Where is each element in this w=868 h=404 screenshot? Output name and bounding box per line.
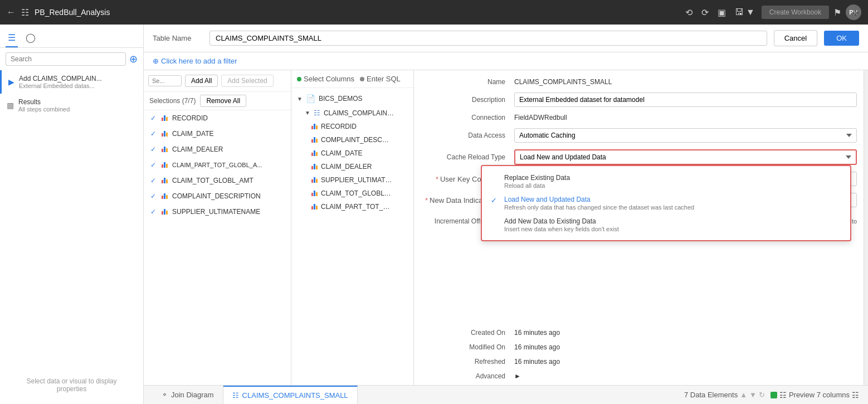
col-item-supplier[interactable]: ✓ SUPPLIER_ULTIMATENAME bbox=[144, 204, 291, 220]
sidebar-item-sub: External Embedded datas... bbox=[19, 82, 102, 89]
undo-icon[interactable]: ⟲ bbox=[683, 5, 695, 20]
plus-icon: ⊕ bbox=[153, 57, 159, 65]
scrollbar[interactable] bbox=[864, 70, 868, 385]
col-item-claim-dealer[interactable]: ✓ CLAIM_DEALER bbox=[144, 142, 291, 157]
connection-value: FieldADWRedbull bbox=[514, 114, 567, 121]
cache-reload-select[interactable]: Load New and Updated Data bbox=[514, 149, 857, 165]
nav-up-icon[interactable]: ▲ bbox=[740, 391, 747, 399]
tree-content: ▼ 📄 BICS_DEMOS ▼ ☷ CLAIMS_COMPLAINTS_S..… bbox=[291, 88, 413, 385]
col-item-claim-part[interactable]: ✓ CLAIM_PART_TOT_GLOBL_A... bbox=[144, 157, 291, 173]
col-bar-icon bbox=[311, 124, 318, 129]
props-row-name: Name CLAIMS_COMPLAINTS_SMALL bbox=[425, 78, 857, 86]
arrow-icon: ▼ bbox=[305, 110, 310, 116]
col-name: CLAIM_TOT_GLOBL_AMT bbox=[172, 177, 253, 184]
col-list: ✓ RECORDID ✓ CLAIM_DATE ✓ CLAIM_DEALER bbox=[144, 110, 291, 385]
col-search-input[interactable] bbox=[148, 75, 182, 86]
sidebar-results-item[interactable]: ▩ Results All steps combined bbox=[0, 94, 143, 117]
dropdown-item-load-new[interactable]: ✓ Load New and Updated Data Refresh only… bbox=[482, 192, 850, 214]
tree-node-col-claim-dealer[interactable]: CLAIM_DEALER bbox=[291, 160, 413, 173]
col-bar-icon bbox=[162, 162, 168, 168]
cancel-button[interactable]: Cancel bbox=[774, 30, 817, 46]
tree-node-bics[interactable]: ▼ 📄 BICS_DEMOS bbox=[291, 91, 413, 106]
bookmark-icon[interactable]: ⚑ bbox=[833, 7, 841, 18]
tree-tab-select-columns[interactable]: Select Columns bbox=[297, 75, 354, 83]
filter-row: ⊕ Click here to add a filter ❖ bbox=[144, 52, 868, 70]
nav-down-icon[interactable]: ▼ bbox=[749, 391, 757, 399]
col-item-claim-tot[interactable]: ✓ CLAIM_TOT_GLOBL_AMT bbox=[144, 173, 291, 188]
col-item-recordid[interactable]: ✓ RECORDID bbox=[144, 110, 291, 126]
bottom-tab-join-diagram[interactable]: ⚬ Join Diagram bbox=[153, 386, 223, 405]
back-button[interactable]: ← bbox=[7, 7, 16, 17]
remove-all-button[interactable]: Remove All bbox=[200, 95, 246, 107]
tree-node-col-complaint-desc[interactable]: COMPLAINT_DESCRI... bbox=[291, 133, 413, 147]
created-label: Created On bbox=[425, 329, 514, 337]
green-dot bbox=[297, 77, 301, 81]
ok-button[interactable]: OK bbox=[824, 31, 859, 46]
data-access-select[interactable]: Automatic Caching bbox=[514, 128, 857, 143]
props-row-connection: Connection FieldADWRedbull bbox=[425, 114, 857, 121]
tree-node-col-supplier[interactable]: SUPPLIER_ULTIMATE... bbox=[291, 173, 413, 187]
col-name: CLAIM_PART_TOT_GLOBL_A... bbox=[172, 162, 262, 168]
name-label: Name bbox=[425, 78, 514, 86]
col-item-claim-date[interactable]: ✓ CLAIM_DATE bbox=[144, 126, 291, 142]
props-row-advanced[interactable]: Advanced ► bbox=[425, 372, 857, 380]
results-icon: ▩ bbox=[7, 101, 14, 110]
tree-node-col-claim-part[interactable]: CLAIM_PART_TOT_GL... bbox=[291, 200, 413, 213]
dropdown-item-add-new[interactable]: Add New Data to Existing Data Insert new… bbox=[482, 214, 850, 236]
dropdown-item-replace[interactable]: Replace Existing Data Reload all data bbox=[482, 171, 850, 192]
col-bar-icon bbox=[162, 115, 168, 121]
main-layout: ☰ ◯ ⊕ ▶ Add CLAIMS_COMPLAIN... External … bbox=[0, 25, 868, 404]
nav-icons: ▲ ▼ ↻ bbox=[740, 391, 765, 399]
grid-icon[interactable]: ☷ bbox=[779, 391, 787, 400]
description-input[interactable] bbox=[514, 93, 857, 107]
table-name-label: Table Name bbox=[153, 34, 203, 42]
props-row-cache-reload: Cache Reload Type Load New and Updated D… bbox=[425, 149, 857, 165]
refreshed-value: 16 minutes ago bbox=[514, 358, 560, 366]
save-icon[interactable]: 🖫 ▼ bbox=[733, 5, 757, 20]
sidebar-tabs: ☰ ◯ bbox=[0, 25, 143, 48]
props-row-created: Created On 16 minutes ago bbox=[425, 329, 857, 337]
arrow-right-icon: ▶ bbox=[8, 77, 14, 86]
col-toolbar: Add All Add Selected bbox=[144, 70, 291, 92]
tree-node-col-claim-tot[interactable]: CLAIM_TOT_GLOBL_A... bbox=[291, 187, 413, 200]
sidebar-tab-visual[interactable]: ◯ bbox=[23, 29, 38, 47]
left-col-panel: Add All Add Selected Selections (7/7) Re… bbox=[144, 70, 291, 385]
bottom-tab-claims[interactable]: ☷ CLAIMS_COMPLAINTS_SMALL bbox=[223, 386, 358, 405]
col-bar-icon bbox=[162, 178, 168, 183]
props-row-refreshed: Refreshed 16 minutes ago bbox=[425, 358, 857, 366]
sidebar-tab-data[interactable]: ☰ bbox=[6, 29, 18, 47]
col-item-complaint[interactable]: ✓ COMPLAINT_DESCRIPTION bbox=[144, 188, 291, 204]
expand-icon[interactable]: ☷ bbox=[852, 391, 859, 400]
modified-label: Modified On bbox=[425, 343, 514, 351]
results-sub: All steps combined bbox=[18, 106, 70, 113]
tree-tab-enter-sql[interactable]: Enter SQL bbox=[360, 75, 401, 83]
join-diagram-icon: ⚬ bbox=[162, 391, 168, 399]
add-icon[interactable]: ⊕ bbox=[129, 53, 138, 65]
refresh-icon[interactable]: ↻ bbox=[759, 391, 765, 399]
props-scroll: Name CLAIMS_COMPLAINTS_SMALL Description… bbox=[414, 70, 868, 385]
check-icon: ✓ bbox=[150, 208, 157, 216]
redo-icon[interactable]: ⟳ bbox=[699, 5, 711, 20]
tree-node-col-recordid[interactable]: RECORDID bbox=[291, 120, 413, 133]
check-icon: ✓ bbox=[491, 196, 500, 205]
advanced-label: Advanced bbox=[425, 372, 514, 380]
sidebar-bottom-text: Select data or visual to display propert… bbox=[0, 366, 143, 404]
col-bar-icon bbox=[311, 177, 318, 183]
table-name-input[interactable] bbox=[209, 31, 767, 46]
add-filter-link[interactable]: ⊕ Click here to add a filter bbox=[153, 57, 237, 65]
data-access-label: Data Access bbox=[425, 132, 514, 139]
advanced-arrow: ► bbox=[514, 372, 521, 380]
sidebar-item-claims[interactable]: ▶ Add CLAIMS_COMPLAIN... External Embedd… bbox=[0, 70, 143, 94]
props-row-modified: Modified On 16 minutes ago bbox=[425, 343, 857, 351]
tree-node-claims-table[interactable]: ▼ ☷ CLAIMS_COMPLAINTS_S... bbox=[291, 106, 413, 120]
create-workbook-button[interactable]: Create Workbook bbox=[762, 6, 829, 19]
check-icon: ✓ bbox=[150, 161, 157, 169]
preview-icon[interactable]: ▣ bbox=[715, 5, 728, 20]
tree-node-col-claim-date[interactable]: CLAIM_DATE bbox=[291, 147, 413, 160]
description-label: Description bbox=[425, 96, 514, 104]
document-icon: ☷ bbox=[21, 7, 29, 18]
search-input[interactable] bbox=[6, 52, 126, 66]
add-all-button[interactable]: Add All bbox=[185, 75, 218, 87]
sidebar-item-title: Add CLAIMS_COMPLAIN... bbox=[19, 75, 102, 82]
content-area: Table Name Cancel OK ⊕ Click here to add… bbox=[144, 25, 868, 404]
